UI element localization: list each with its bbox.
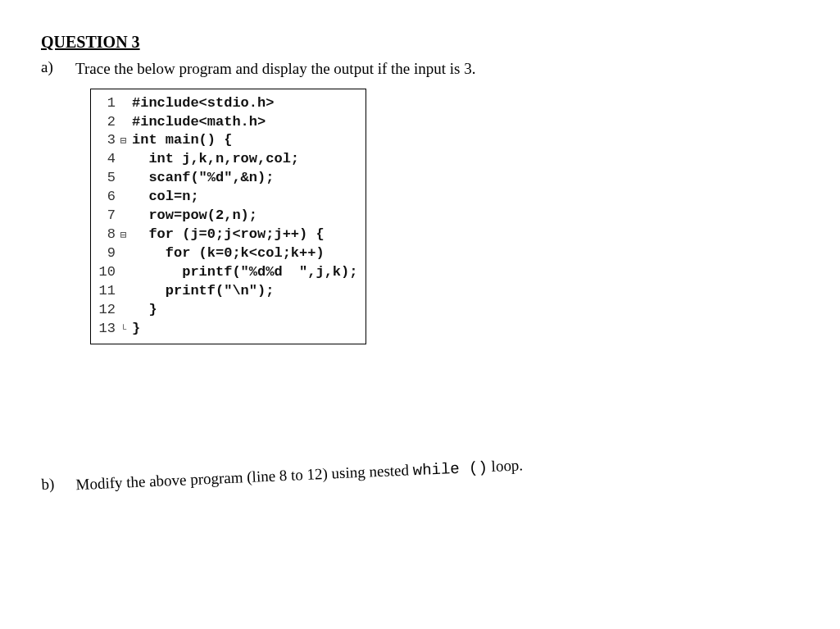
code-text: } [132,320,140,339]
code-text: scanf("%d",&n); [132,169,274,188]
fold-icon: └ [120,323,130,336]
part-a-prompt: Trace the below program and display the … [75,58,475,80]
code-line: 10 printf("%d%d ",j,k); [94,263,357,282]
fold-icon: ⊟ [120,229,130,242]
code-line: 6 col=n; [94,188,357,207]
line-number: 11 [94,282,116,301]
code-text: #include<math.h> [132,113,266,132]
code-text: for (k=0;k<col;k++) [132,244,325,263]
line-number: 5 [94,169,116,188]
line-number: 13 [94,320,116,339]
code-text: } [132,301,157,320]
part-b-text-pre: Modify the above program (line 8 to 12) … [75,461,413,493]
code-line: 8⊟ for (j=0;j<row;j++) { [94,226,357,244]
code-text: col=n; [132,188,199,207]
code-line: 3⊟int main() { [94,131,357,150]
line-number: 9 [94,244,116,263]
code-line: 1#include<stdio.h> [94,94,357,113]
code-line: 2#include<math.h> [94,113,357,132]
code-text: for (j=0;j<row;j++) { [132,226,325,244]
line-number: 1 [94,94,116,113]
line-number: 8 [94,226,116,244]
code-line: 5 scanf("%d",&n); [94,169,357,188]
part-b-text-post: loop. [487,456,523,475]
line-number: 7 [94,207,116,226]
code-text: printf("\n"); [132,282,274,301]
code-text: #include<stdio.h> [132,94,274,113]
line-number: 2 [94,113,116,132]
code-block: 1#include<stdio.h> 2#include<math.h> 3⊟i… [90,89,366,344]
part-b-mono: while () [412,458,488,480]
code-line: 9 for (k=0;k<col;k++) [94,244,357,263]
code-line: 11 printf("\n"); [94,282,357,301]
code-line: 13└} [94,320,357,339]
line-number: 6 [94,188,116,207]
question-heading: QUESTION 3 [41,33,799,52]
code-line: 12 } [94,301,357,320]
part-a-label: a) [41,58,61,76]
code-text: row=pow(2,n); [132,207,257,226]
line-number: 4 [94,150,116,169]
line-number: 3 [94,131,116,150]
fold-icon: ⊟ [120,134,130,148]
code-text: int j,k,n,row,col; [132,150,299,169]
code-line: 4 int j,k,n,row,col; [94,150,357,169]
code-line: 7 row=pow(2,n); [94,207,357,226]
line-number: 12 [94,301,116,320]
code-text: printf("%d%d ",j,k); [132,263,357,282]
code-text: int main() { [132,131,232,150]
part-b-label: b) [41,475,61,494]
part-b-prompt: Modify the above program (line 8 to 12) … [75,454,524,496]
part-a-row: a) Trace the below program and display t… [41,58,799,80]
line-number: 10 [94,263,116,282]
part-b-row: b) Modify the above program (line 8 to 1… [41,442,799,498]
